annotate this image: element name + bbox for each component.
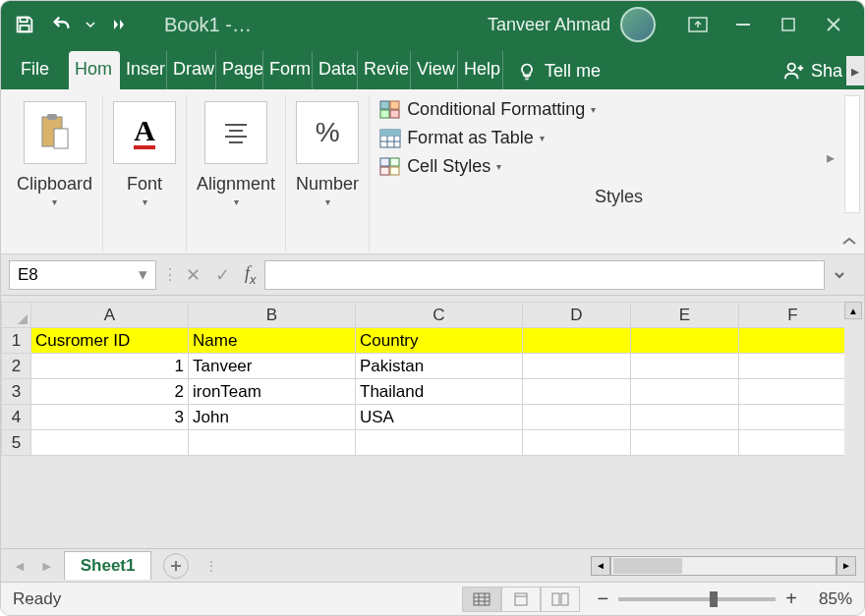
col-header[interactable]: A — [31, 303, 189, 328]
cell[interactable]: Country — [356, 328, 523, 354]
number-dropdown-icon[interactable]: ▾ — [325, 196, 330, 207]
cell[interactable] — [739, 379, 847, 405]
cell[interactable] — [189, 430, 356, 456]
sheet-tab[interactable]: Sheet1 — [64, 551, 152, 580]
page-layout-view-button[interactable] — [501, 587, 541, 612]
paste-button[interactable] — [24, 101, 86, 164]
font-button[interactable]: A — [113, 101, 176, 164]
conditional-formatting-button[interactable]: Conditional Formatting ▾ — [379, 95, 858, 124]
row-header[interactable]: 1 — [2, 328, 31, 354]
save-icon[interactable] — [9, 9, 40, 40]
cell[interactable]: Cusromer ID — [31, 328, 189, 354]
sheet-nav-prev-icon[interactable]: ◄ — [9, 558, 30, 574]
collapse-ribbon-icon[interactable] — [840, 236, 858, 248]
cell[interactable] — [631, 430, 739, 456]
cell[interactable]: USA — [356, 405, 523, 430]
minimize-button[interactable] — [721, 1, 766, 48]
share-button[interactable]: Sha — [770, 60, 846, 89]
tell-me-button[interactable]: Tell me — [503, 61, 614, 89]
undo-dropdown-icon[interactable] — [84, 9, 97, 40]
horizontal-scrollbar[interactable]: ◄ ► — [591, 556, 856, 576]
insert-function-icon[interactable]: fx — [237, 263, 264, 287]
row-header[interactable]: 2 — [2, 354, 31, 379]
cell[interactable] — [523, 379, 631, 405]
cell[interactable] — [739, 405, 847, 430]
cell[interactable]: John — [189, 405, 356, 430]
cell[interactable]: 3 — [31, 405, 189, 430]
cell[interactable] — [523, 430, 631, 456]
tab-formulas[interactable]: Form — [263, 51, 313, 89]
ribbon-scroll-right-icon[interactable]: ▸ — [827, 148, 835, 167]
cell[interactable] — [631, 379, 739, 405]
row-header[interactable]: 4 — [2, 405, 31, 430]
zoom-slider[interactable] — [618, 597, 776, 601]
tab-review[interactable]: Revie — [358, 51, 411, 89]
expand-formula-bar-icon[interactable] — [833, 268, 856, 282]
hscroll-track[interactable] — [610, 556, 836, 576]
sheet-grip-icon[interactable]: ⋮ — [204, 558, 219, 574]
col-header[interactable]: B — [189, 303, 356, 328]
page-break-view-button[interactable] — [541, 587, 580, 612]
col-header[interactable]: C — [356, 303, 523, 328]
formula-grip-icon[interactable]: ⋮ — [162, 265, 172, 284]
tab-view[interactable]: View — [411, 51, 458, 89]
cell[interactable] — [739, 430, 847, 456]
cell[interactable] — [631, 328, 739, 354]
qat-more-icon[interactable] — [103, 9, 135, 40]
tab-file[interactable]: File — [15, 51, 69, 89]
alignment-button[interactable] — [204, 101, 267, 164]
tab-help[interactable]: Help — [458, 51, 503, 89]
col-header[interactable]: F — [739, 303, 847, 328]
cell[interactable] — [31, 430, 189, 456]
select-all-corner[interactable] — [2, 303, 31, 328]
zoom-out-button[interactable]: − — [598, 588, 609, 610]
clipboard-dropdown-icon[interactable]: ▾ — [52, 196, 57, 207]
cell[interactable]: Pakistan — [356, 354, 523, 379]
row-header[interactable]: 3 — [2, 379, 31, 405]
ribbon-display-icon[interactable] — [675, 1, 721, 48]
name-box-dropdown-icon[interactable]: ▾ — [139, 264, 147, 285]
cell[interactable]: Tanveer — [189, 354, 356, 379]
row-header[interactable]: 5 — [2, 430, 31, 456]
tab-home[interactable]: Hom — [69, 51, 120, 89]
cell[interactable]: Name — [189, 328, 356, 354]
cell[interactable] — [631, 405, 739, 430]
col-header[interactable]: D — [523, 303, 631, 328]
undo-icon[interactable] — [46, 9, 78, 40]
tabs-scroll-right-icon[interactable]: ▸ — [846, 56, 864, 85]
sheet-nav-next-icon[interactable]: ► — [36, 558, 58, 574]
format-as-table-button[interactable]: Format as Table ▾ — [379, 124, 858, 152]
cell[interactable]: Thailand — [356, 379, 523, 405]
cell[interactable] — [356, 430, 523, 456]
cell[interactable] — [523, 328, 631, 354]
col-header[interactable]: E — [631, 303, 739, 328]
cell[interactable] — [739, 354, 847, 379]
hscroll-thumb[interactable] — [613, 558, 682, 574]
ribbon-gallery-scrollbar[interactable] — [844, 95, 860, 213]
accept-formula-icon[interactable]: ✓ — [207, 264, 237, 286]
tab-draw[interactable]: Draw — [167, 51, 216, 89]
avatar[interactable] — [620, 7, 656, 42]
maximize-button[interactable] — [766, 1, 811, 48]
cell[interactable]: ironTeam — [189, 379, 356, 405]
font-dropdown-icon[interactable]: ▾ — [143, 196, 147, 207]
tab-data[interactable]: Data — [313, 51, 358, 89]
normal-view-button[interactable] — [462, 587, 501, 612]
close-button[interactable] — [811, 1, 856, 48]
tab-page[interactable]: Page — [216, 51, 263, 89]
formula-input[interactable] — [264, 260, 825, 290]
spreadsheet-grid[interactable]: A B C D E F 1 Cusromer ID Name Country — [1, 302, 847, 456]
cancel-formula-icon[interactable]: ✕ — [178, 264, 207, 286]
cell[interactable] — [523, 405, 631, 430]
number-button[interactable]: % — [296, 101, 359, 164]
scroll-up-icon[interactable]: ▲ — [844, 302, 862, 319]
alignment-dropdown-icon[interactable]: ▾ — [234, 196, 239, 207]
vertical-scrollbar[interactable]: ▲ — [844, 302, 862, 546]
cell[interactable] — [739, 328, 847, 354]
zoom-in-button[interactable]: + — [785, 588, 797, 610]
cell[interactable]: 2 — [31, 379, 189, 405]
scroll-right-icon[interactable]: ► — [836, 556, 856, 576]
cell[interactable] — [631, 354, 739, 379]
zoom-percent[interactable]: 85% — [819, 589, 852, 609]
cell[interactable] — [523, 354, 631, 379]
